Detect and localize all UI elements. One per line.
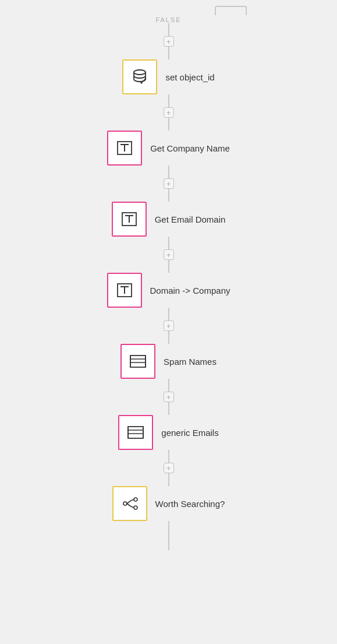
- svg-point-25: [134, 506, 137, 509]
- svg-line-29: [131, 506, 134, 508]
- svg-rect-13: [130, 356, 146, 367]
- node-row-get-email-domain: Get Email Domain: [112, 202, 226, 237]
- add-node-btn-2[interactable]: +: [164, 107, 174, 118]
- add-node-btn-5[interactable]: +: [164, 321, 174, 331]
- node-spam-names[interactable]: [120, 344, 155, 379]
- table-icon-2: [125, 422, 146, 443]
- database-edit-icon: [129, 66, 150, 87]
- node-domain-company[interactable]: [107, 273, 142, 308]
- add-node-btn-6[interactable]: +: [164, 392, 174, 402]
- node-row-domain-company: Domain -> Company: [107, 273, 230, 308]
- connector-line-3b: [168, 189, 169, 202]
- svg-rect-18: [128, 427, 143, 438]
- svg-point-24: [134, 498, 137, 501]
- add-node-btn-1[interactable]: +: [164, 36, 174, 47]
- connector-line-2b: [168, 118, 169, 131]
- add-node-btn-3[interactable]: +: [164, 178, 174, 189]
- text-icon-2: [119, 209, 140, 230]
- text-icon-3: [114, 280, 135, 301]
- svg-line-26: [127, 501, 131, 504]
- node-set-object-id[interactable]: [122, 59, 157, 94]
- connector-line-6b: [168, 402, 169, 415]
- node-get-email-domain[interactable]: [112, 202, 147, 237]
- connector-line-3: [168, 166, 169, 178]
- node-label-set-object-id: set object_id: [165, 72, 214, 82]
- connector-line-1b: [168, 47, 169, 59]
- connector-line-7b: [168, 473, 169, 486]
- table-icon-1: [127, 351, 148, 372]
- node-label-get-email-domain: Get Email Domain: [155, 214, 226, 224]
- node-label-get-company-name: Get Company Name: [150, 143, 230, 153]
- flow-canvas: FALSE +: [0, 0, 337, 644]
- connector-line-4b: [168, 260, 169, 273]
- connector-line-4: [168, 237, 169, 249]
- node-row-generic-emails: generic Emails: [118, 415, 218, 450]
- node-row-get-company-name: Get Company Name: [107, 131, 230, 166]
- connector-line-7: [168, 450, 169, 463]
- svg-line-28: [127, 504, 131, 506]
- connector-line-2: [168, 94, 169, 107]
- node-row-set-object-id: set object_id: [122, 59, 214, 94]
- node-label-worth-searching: Worth Searching?: [155, 499, 225, 509]
- connector-line-6: [168, 379, 169, 392]
- node-generic-emails[interactable]: [118, 415, 153, 450]
- svg-point-23: [123, 502, 127, 505]
- connector-line-5b: [168, 331, 169, 344]
- node-label-spam-names: Spam Names: [164, 357, 217, 367]
- node-row-spam-names: Spam Names: [120, 344, 217, 379]
- node-label-domain-company: Domain -> Company: [150, 286, 230, 295]
- svg-point-0: [134, 70, 146, 75]
- connector-line-5: [168, 308, 169, 321]
- branch-icon: [119, 493, 140, 514]
- add-node-btn-4[interactable]: +: [164, 249, 174, 260]
- node-worth-searching[interactable]: [112, 486, 147, 521]
- node-label-generic-emails: generic Emails: [161, 428, 218, 438]
- false-label: FALSE: [155, 16, 181, 23]
- node-row-worth-searching: Worth Searching?: [112, 486, 225, 521]
- text-icon-1: [114, 138, 135, 159]
- svg-line-27: [131, 499, 134, 501]
- add-node-btn-7[interactable]: +: [164, 463, 174, 473]
- connector-line-1: [168, 23, 169, 36]
- connector-line-bottom: [168, 521, 169, 550]
- node-get-company-name[interactable]: [107, 131, 142, 166]
- top-tab-connector: [215, 6, 247, 15]
